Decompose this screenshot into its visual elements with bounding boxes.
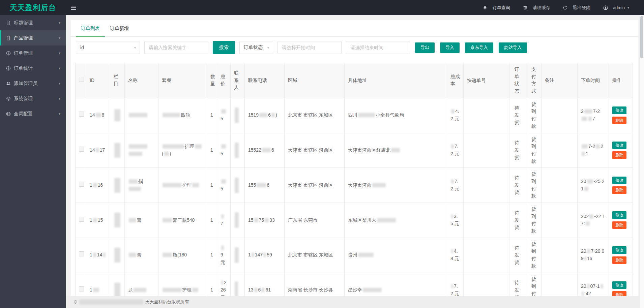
redacted-text (103, 253, 106, 257)
jd-import-button[interactable]: 京东导入 (465, 42, 493, 53)
delete-button[interactable]: 删除 (612, 151, 626, 159)
topnav-order-query[interactable]: 订单查询 (483, 5, 510, 11)
delete-button[interactable]: 删除 (612, 117, 626, 124)
redacted-text (221, 144, 226, 149)
cell-time: 20-25 21 (578, 168, 609, 203)
redacted-text (129, 113, 147, 117)
delete-button[interactable]: 删除 (612, 291, 626, 296)
hamburger-menu-icon[interactable] (70, 5, 76, 10)
scrollbar-thumb[interactable] (640, 16, 643, 58)
table-row: 148四瓶1515196)北京市 市辖区 东城区四川小全县气象局4.2 元待发货… (76, 98, 633, 133)
redacted-text (163, 218, 172, 222)
edit-button[interactable]: 修改 (612, 281, 626, 289)
column-header: 总成本 (447, 63, 464, 98)
topnav-item-label: admin (613, 5, 625, 10)
edit-button[interactable]: 修改 (612, 142, 626, 149)
export-button-group: 导出导入京东导入韵达导入 (415, 42, 527, 53)
chevron-down-icon: ▼ (58, 21, 61, 25)
redacted-company-name (79, 300, 143, 305)
export-button[interactable]: 导出 (415, 42, 435, 53)
sidebar-item-global-config[interactable]: 全局配置▼ (0, 106, 66, 121)
scrollbar[interactable] (639, 15, 644, 308)
redacted-text (587, 179, 593, 184)
globe-icon (6, 112, 11, 116)
redacted-text (163, 183, 181, 187)
delete-button[interactable]: 删除 (612, 186, 626, 194)
search-button[interactable]: 搜索 (213, 41, 235, 54)
delete-button[interactable]: 删除 (612, 256, 626, 264)
sidebar-item-label: 系统管理 (14, 96, 33, 102)
redacted-text (601, 284, 603, 288)
cell-id: 1417 (86, 133, 110, 168)
edit-button[interactable]: 修改 (612, 211, 626, 219)
keyword-input[interactable] (144, 41, 208, 54)
start-time-input[interactable] (277, 41, 342, 54)
column-header: 下单时间 (578, 63, 609, 98)
end-time-input[interactable] (346, 41, 410, 54)
row-checkbox[interactable] (79, 147, 84, 152)
sidebar-item-order-stats[interactable]: 订单统计▼ (0, 61, 66, 76)
topnav-user-menu[interactable]: admin▼ (603, 5, 630, 10)
redacted-text (235, 107, 239, 123)
chevron-down-icon: ▼ (58, 112, 61, 116)
sidebar-item-label: 订单管理 (14, 50, 33, 56)
cell-cost: 7.2 元 (447, 168, 464, 203)
redacted-text (221, 280, 223, 285)
edit-button[interactable]: 修改 (612, 106, 626, 114)
import-button[interactable]: 导入 (440, 42, 460, 53)
sidebar-item-label: 添加管理员 (14, 81, 37, 87)
cell-price: 9 元 (217, 238, 231, 273)
cell-remark (541, 273, 578, 296)
row-action-buttons: 修改删除 (612, 106, 629, 124)
tab-order-new[interactable]: 订单新增 (105, 20, 134, 36)
cell-category (110, 203, 125, 238)
redacted-text (271, 113, 275, 117)
table-row: 114膏瓶(18019 元114759北京市 市辖区 东城区贵州4.8 元待发货… (76, 238, 633, 273)
logout-icon (563, 5, 568, 10)
doc-icon (6, 21, 11, 25)
chevron-down-icon: ▼ (58, 82, 61, 85)
column-header: 名称 (125, 63, 158, 98)
sidebar-item-order-mgmt[interactable]: 订单管理▼ (0, 45, 66, 61)
delete-button[interactable]: 删除 (612, 221, 626, 229)
search-field-select[interactable]: id ▼ (76, 41, 140, 54)
row-action-buttons: 修改删除 (612, 211, 629, 229)
cell-remark (541, 238, 578, 273)
row-action-buttons: 修改删除 (612, 142, 629, 159)
question-icon (6, 66, 11, 71)
row-checkbox[interactable] (79, 286, 84, 291)
redacted-text (263, 253, 266, 257)
cell-address: 天津市河西 (345, 168, 447, 203)
yunda-import-button[interactable]: 韵达导入 (499, 42, 527, 53)
row-checkbox[interactable] (79, 217, 84, 222)
redacted-text (96, 113, 101, 117)
redacted-text (129, 218, 136, 222)
cell-pay: 货到付款 (526, 98, 541, 133)
cell-tracking (464, 273, 509, 296)
edit-button[interactable]: 修改 (612, 177, 626, 184)
redacted-text (195, 144, 202, 149)
edit-button[interactable]: 修改 (612, 246, 626, 254)
tab-order-list[interactable]: 订单列表 (76, 20, 105, 36)
redacted-text (451, 109, 455, 114)
row-checkbox[interactable] (79, 112, 84, 117)
table-header-row: ID栏目名称套餐数量总价联系人联系电话区域具体地址总成本快递单号订单状态支付方式… (76, 63, 633, 98)
column-header: 快递单号 (464, 63, 509, 98)
cell-phone: 1556 (245, 168, 285, 203)
redacted-text (391, 148, 400, 152)
sidebar-item-label: 标题管理 (14, 20, 33, 26)
cell-category (110, 133, 125, 168)
sidebar-item-title-mgmt[interactable]: 标题管理▼ (0, 15, 66, 30)
row-checkbox[interactable] (79, 251, 84, 256)
topnav-clear-cache[interactable]: 清理缓存 (523, 5, 550, 11)
cell-cost: 4.2 元 (447, 98, 464, 133)
sidebar-item-product-mgmt[interactable]: 产品管理▼ (0, 30, 66, 45)
redacted-text (163, 288, 181, 292)
sidebar-item-system-mgmt[interactable]: 系统管理▼ (0, 91, 66, 106)
row-checkbox[interactable] (79, 182, 84, 187)
topnav-logout[interactable]: 退出登陆 (563, 5, 590, 11)
order-status-select[interactable]: 订单状态 ▼ (239, 41, 273, 54)
sidebar-item-add-admin[interactable]: 添加管理员▼ (0, 76, 66, 91)
cell-tracking (464, 203, 509, 238)
select-all-checkbox[interactable] (79, 77, 84, 82)
